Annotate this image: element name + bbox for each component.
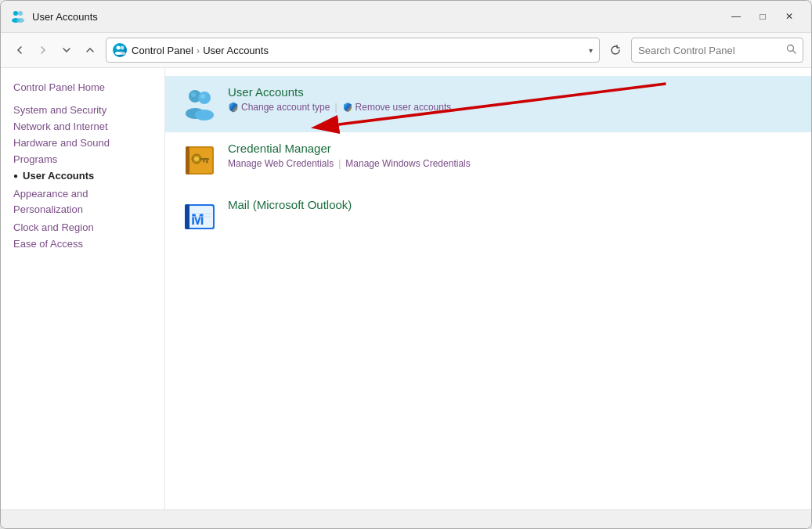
- main-area: Control Panel Home System and Security N…: [1, 68, 811, 509]
- svg-rect-23: [186, 146, 189, 175]
- svg-point-6: [121, 46, 125, 50]
- refresh-button[interactable]: [604, 39, 626, 61]
- window-controls: — □ ✕: [724, 7, 802, 26]
- app-icon: [10, 9, 26, 24]
- sidebar-item-user-accounts[interactable]: ● User Accounts: [1, 167, 164, 184]
- svg-rect-22: [203, 160, 205, 163]
- user-accounts-links: Change account type |: [228, 102, 796, 113]
- mail-details: Mail (Microsoft Outlook): [228, 198, 796, 214]
- remove-user-accounts-link[interactable]: Remove user accounts: [342, 102, 452, 113]
- sidebar-item-control-panel-home[interactable]: Control Panel Home: [1, 79, 164, 95]
- forward-button[interactable]: [32, 39, 54, 61]
- shield-icon-2: [342, 102, 353, 113]
- mail-icon: M: [181, 198, 218, 236]
- svg-line-9: [793, 51, 796, 54]
- credential-manager-details: Credential Manager Manage Web Credential…: [228, 142, 796, 169]
- breadcrumb-path: Control Panel › User Accounts: [132, 45, 584, 56]
- search-bar: [631, 38, 803, 63]
- mail-list-item[interactable]: M Mail (Microsoft Outlook): [165, 189, 811, 245]
- svg-point-13: [195, 110, 214, 121]
- manage-web-credentials-link[interactable]: Manage Web Credentials: [228, 158, 334, 169]
- shield-icon-1: [228, 102, 239, 113]
- svg-point-19: [194, 157, 199, 161]
- breadcrumb-part-2[interactable]: User Accounts: [203, 45, 269, 56]
- recent-button[interactable]: [56, 39, 78, 61]
- sidebar-item-appearance[interactable]: Appearance and Personalization: [1, 184, 164, 219]
- svg-rect-21: [206, 160, 208, 164]
- manage-windows-credentials-link[interactable]: Manage Windows Credentials: [345, 158, 470, 169]
- svg-text:M: M: [191, 211, 204, 228]
- search-icon[interactable]: [786, 44, 796, 56]
- svg-point-3: [16, 18, 24, 23]
- sidebar-item-network-internet[interactable]: Network and Internet: [1, 118, 164, 135]
- svg-point-15: [200, 94, 205, 99]
- svg-point-0: [13, 11, 18, 16]
- credential-manager-title[interactable]: Credential Manager: [228, 142, 796, 155]
- svg-point-7: [119, 52, 125, 55]
- search-input[interactable]: [638, 45, 786, 56]
- credential-manager-icon: [181, 142, 218, 179]
- svg-point-4: [117, 46, 121, 50]
- sidebar-item-system-security[interactable]: System and Security: [1, 102, 164, 118]
- credential-manager-links: Manage Web Credentials | Manage Windows …: [228, 158, 796, 169]
- sidebar-item-ease-of-access[interactable]: Ease of Access: [1, 236, 164, 252]
- user-accounts-details: User Accounts: [228, 85, 796, 113]
- breadcrumb-separator: ›: [197, 45, 200, 56]
- user-accounts-title[interactable]: User Accounts: [228, 85, 796, 99]
- close-button[interactable]: ✕: [777, 7, 802, 26]
- sidebar-item-programs[interactable]: Programs: [1, 151, 164, 167]
- content-panel: User Accounts: [165, 68, 811, 253]
- back-button[interactable]: [9, 39, 31, 61]
- titlebar: User Accounts — □ ✕: [1, 1, 811, 33]
- link-separator-1: |: [334, 102, 337, 113]
- breadcrumb-icon: [113, 43, 127, 57]
- statusbar: [1, 509, 811, 528]
- maximize-button[interactable]: □: [750, 7, 775, 26]
- user-accounts-list-item[interactable]: User Accounts: [165, 76, 811, 132]
- sidebar: Control Panel Home System and Security N…: [1, 68, 165, 509]
- user-accounts-icon: [181, 85, 218, 123]
- window-title: User Accounts: [32, 11, 724, 23]
- credential-manager-list-item[interactable]: Credential Manager Manage Web Credential…: [165, 132, 811, 189]
- mail-title[interactable]: Mail (Microsoft Outlook): [228, 198, 796, 211]
- content-wrapper: User Accounts: [165, 68, 811, 509]
- addressbar: Control Panel › User Accounts ▾: [1, 33, 811, 68]
- breadcrumb-part-1[interactable]: Control Panel: [132, 45, 193, 56]
- nav-buttons: [9, 39, 101, 61]
- svg-rect-20: [200, 158, 209, 160]
- link-separator-2: |: [338, 158, 341, 169]
- sidebar-section: Control Panel Home System and Security N…: [1, 79, 164, 252]
- active-bullet: ●: [13, 171, 18, 180]
- svg-point-14: [191, 92, 196, 97]
- minimize-button[interactable]: —: [724, 7, 749, 26]
- change-account-type-link[interactable]: Change account type: [228, 102, 330, 113]
- svg-rect-27: [185, 204, 189, 229]
- svg-point-2: [18, 11, 23, 16]
- up-button[interactable]: [79, 39, 101, 61]
- breadcrumb-dropdown-icon[interactable]: ▾: [589, 46, 593, 55]
- sidebar-item-hardware-sound[interactable]: Hardware and Sound: [1, 135, 164, 151]
- sidebar-item-clock-region[interactable]: Clock and Region: [1, 219, 164, 236]
- breadcrumb-bar: Control Panel › User Accounts ▾: [106, 38, 600, 63]
- main-window: User Accounts — □ ✕: [0, 0, 812, 529]
